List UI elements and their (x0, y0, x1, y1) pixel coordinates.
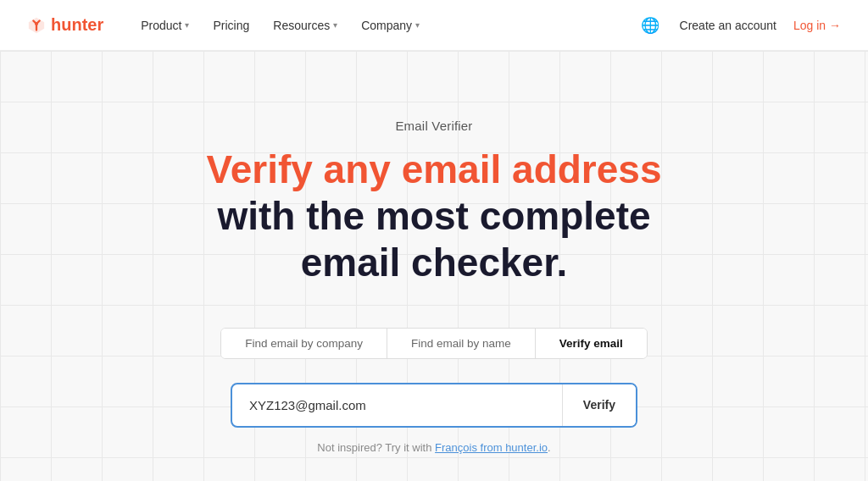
tab-find-by-name[interactable]: Find email by name (387, 329, 536, 358)
logo[interactable]: hunter (27, 15, 103, 35)
hero-title-highlight: Verify any email address (207, 147, 662, 191)
tab-verify-email[interactable]: Verify email (536, 329, 647, 358)
language-selector-button[interactable]: 🌐 (637, 13, 663, 38)
main-content: Email Verifier Verify any email address … (0, 51, 868, 481)
resources-chevron-icon: ▾ (333, 20, 337, 30)
nav-links: Product ▾ Pricing Resources ▾ Company ▾ (131, 12, 637, 39)
verify-button[interactable]: Verify (562, 384, 636, 426)
hint-prefix: Not inspired? Try it with (317, 441, 435, 454)
tab-switcher: Find email by company Find email by name… (220, 328, 648, 359)
navbar: hunter Product ▾ Pricing Resources ▾ Com… (0, 0, 868, 51)
create-account-link[interactable]: Create an account (680, 19, 776, 32)
email-input[interactable] (232, 384, 562, 426)
nav-right: 🌐 Create an account Log in → (637, 13, 841, 38)
logo-icon (27, 16, 46, 35)
hint-text: Not inspired? Try it with François from … (317, 441, 550, 454)
nav-product[interactable]: Product ▾ (131, 12, 199, 39)
company-chevron-icon: ▾ (415, 20, 420, 30)
nav-company[interactable]: Company ▾ (351, 12, 430, 39)
nav-pricing[interactable]: Pricing (203, 12, 259, 39)
hint-link[interactable]: François from hunter.io (435, 441, 548, 454)
tab-find-by-company[interactable]: Find email by company (221, 329, 387, 358)
nav-resources[interactable]: Resources ▾ (263, 12, 348, 39)
page-subtitle: Email Verifier (395, 119, 472, 133)
svg-point-1 (35, 22, 38, 25)
logo-text: hunter (51, 15, 103, 35)
hint-suffix: . (548, 441, 551, 454)
login-button[interactable]: Log in → (793, 19, 841, 32)
email-input-wrapper: Verify (231, 383, 637, 428)
hero-title: Verify any email address with the most c… (163, 147, 705, 287)
product-chevron-icon: ▾ (185, 20, 189, 30)
hero-title-rest: with the most complete email checker. (217, 194, 650, 285)
